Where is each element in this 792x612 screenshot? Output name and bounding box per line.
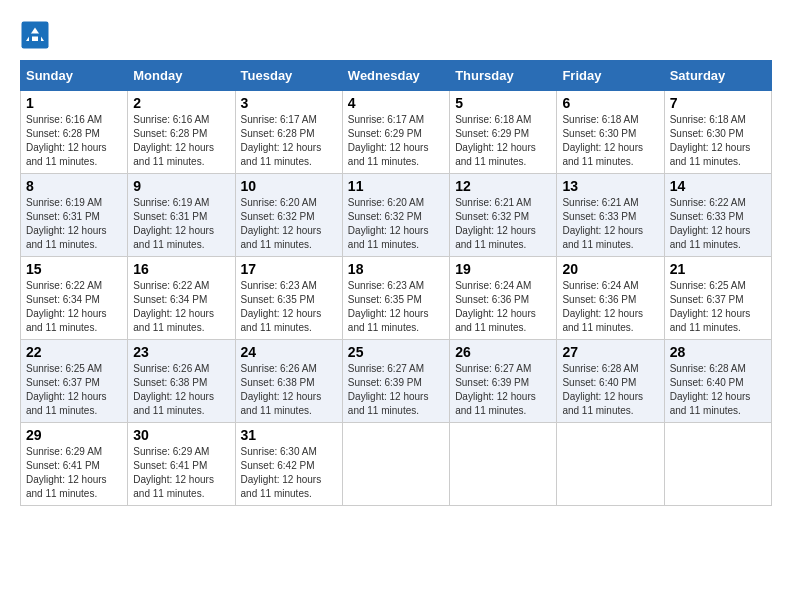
day-info: Sunrise: 6:29 AMSunset: 6:41 PMDaylight:… — [26, 445, 122, 501]
day-info: Sunrise: 6:28 AMSunset: 6:40 PMDaylight:… — [670, 362, 766, 418]
day-info: Sunrise: 6:25 AMSunset: 6:37 PMDaylight:… — [26, 362, 122, 418]
calendar-cell: 26Sunrise: 6:27 AMSunset: 6:39 PMDayligh… — [450, 340, 557, 423]
day-header-monday: Monday — [128, 61, 235, 91]
day-number: 21 — [670, 261, 766, 277]
day-info: Sunrise: 6:17 AMSunset: 6:28 PMDaylight:… — [241, 113, 337, 169]
page-header — [20, 20, 772, 50]
day-number: 30 — [133, 427, 229, 443]
calendar-cell: 18Sunrise: 6:23 AMSunset: 6:35 PMDayligh… — [342, 257, 449, 340]
calendar-table: SundayMondayTuesdayWednesdayThursdayFrid… — [20, 60, 772, 506]
calendar-cell: 20Sunrise: 6:24 AMSunset: 6:36 PMDayligh… — [557, 257, 664, 340]
day-number: 2 — [133, 95, 229, 111]
calendar-cell: 31Sunrise: 6:30 AMSunset: 6:42 PMDayligh… — [235, 423, 342, 506]
day-info: Sunrise: 6:26 AMSunset: 6:38 PMDaylight:… — [133, 362, 229, 418]
day-info: Sunrise: 6:18 AMSunset: 6:30 PMDaylight:… — [670, 113, 766, 169]
calendar-cell: 12Sunrise: 6:21 AMSunset: 6:32 PMDayligh… — [450, 174, 557, 257]
calendar-cell: 19Sunrise: 6:24 AMSunset: 6:36 PMDayligh… — [450, 257, 557, 340]
calendar-cell — [664, 423, 771, 506]
day-info: Sunrise: 6:22 AMSunset: 6:33 PMDaylight:… — [670, 196, 766, 252]
day-number: 14 — [670, 178, 766, 194]
calendar-week-4: 22Sunrise: 6:25 AMSunset: 6:37 PMDayligh… — [21, 340, 772, 423]
calendar-cell: 13Sunrise: 6:21 AMSunset: 6:33 PMDayligh… — [557, 174, 664, 257]
day-number: 16 — [133, 261, 229, 277]
day-number: 6 — [562, 95, 658, 111]
day-number: 25 — [348, 344, 444, 360]
calendar-cell: 6Sunrise: 6:18 AMSunset: 6:30 PMDaylight… — [557, 91, 664, 174]
day-info: Sunrise: 6:19 AMSunset: 6:31 PMDaylight:… — [133, 196, 229, 252]
calendar-week-3: 15Sunrise: 6:22 AMSunset: 6:34 PMDayligh… — [21, 257, 772, 340]
day-header-tuesday: Tuesday — [235, 61, 342, 91]
calendar-cell: 10Sunrise: 6:20 AMSunset: 6:32 PMDayligh… — [235, 174, 342, 257]
calendar-cell: 5Sunrise: 6:18 AMSunset: 6:29 PMDaylight… — [450, 91, 557, 174]
calendar-cell: 7Sunrise: 6:18 AMSunset: 6:30 PMDaylight… — [664, 91, 771, 174]
day-info: Sunrise: 6:21 AMSunset: 6:32 PMDaylight:… — [455, 196, 551, 252]
day-number: 5 — [455, 95, 551, 111]
calendar-cell: 28Sunrise: 6:28 AMSunset: 6:40 PMDayligh… — [664, 340, 771, 423]
calendar-cell: 15Sunrise: 6:22 AMSunset: 6:34 PMDayligh… — [21, 257, 128, 340]
day-info: Sunrise: 6:26 AMSunset: 6:38 PMDaylight:… — [241, 362, 337, 418]
calendar-cell — [450, 423, 557, 506]
day-info: Sunrise: 6:22 AMSunset: 6:34 PMDaylight:… — [133, 279, 229, 335]
calendar-cell: 29Sunrise: 6:29 AMSunset: 6:41 PMDayligh… — [21, 423, 128, 506]
logo — [20, 20, 54, 50]
day-info: Sunrise: 6:18 AMSunset: 6:29 PMDaylight:… — [455, 113, 551, 169]
day-number: 20 — [562, 261, 658, 277]
calendar-cell: 23Sunrise: 6:26 AMSunset: 6:38 PMDayligh… — [128, 340, 235, 423]
calendar-cell: 25Sunrise: 6:27 AMSunset: 6:39 PMDayligh… — [342, 340, 449, 423]
calendar-cell: 16Sunrise: 6:22 AMSunset: 6:34 PMDayligh… — [128, 257, 235, 340]
calendar-cell: 11Sunrise: 6:20 AMSunset: 6:32 PMDayligh… — [342, 174, 449, 257]
day-number: 1 — [26, 95, 122, 111]
calendar-cell — [557, 423, 664, 506]
day-info: Sunrise: 6:23 AMSunset: 6:35 PMDaylight:… — [348, 279, 444, 335]
calendar-week-2: 8Sunrise: 6:19 AMSunset: 6:31 PMDaylight… — [21, 174, 772, 257]
day-number: 31 — [241, 427, 337, 443]
day-number: 17 — [241, 261, 337, 277]
day-info: Sunrise: 6:20 AMSunset: 6:32 PMDaylight:… — [241, 196, 337, 252]
calendar-cell: 22Sunrise: 6:25 AMSunset: 6:37 PMDayligh… — [21, 340, 128, 423]
day-header-wednesday: Wednesday — [342, 61, 449, 91]
day-number: 8 — [26, 178, 122, 194]
day-info: Sunrise: 6:23 AMSunset: 6:35 PMDaylight:… — [241, 279, 337, 335]
day-info: Sunrise: 6:27 AMSunset: 6:39 PMDaylight:… — [455, 362, 551, 418]
day-number: 19 — [455, 261, 551, 277]
day-number: 3 — [241, 95, 337, 111]
day-info: Sunrise: 6:22 AMSunset: 6:34 PMDaylight:… — [26, 279, 122, 335]
day-number: 29 — [26, 427, 122, 443]
day-number: 26 — [455, 344, 551, 360]
day-number: 18 — [348, 261, 444, 277]
day-header-friday: Friday — [557, 61, 664, 91]
day-info: Sunrise: 6:17 AMSunset: 6:29 PMDaylight:… — [348, 113, 444, 169]
calendar-cell: 8Sunrise: 6:19 AMSunset: 6:31 PMDaylight… — [21, 174, 128, 257]
logo-icon — [20, 20, 50, 50]
day-info: Sunrise: 6:21 AMSunset: 6:33 PMDaylight:… — [562, 196, 658, 252]
calendar-cell: 9Sunrise: 6:19 AMSunset: 6:31 PMDaylight… — [128, 174, 235, 257]
day-header-thursday: Thursday — [450, 61, 557, 91]
day-number: 22 — [26, 344, 122, 360]
day-info: Sunrise: 6:20 AMSunset: 6:32 PMDaylight:… — [348, 196, 444, 252]
day-number: 11 — [348, 178, 444, 194]
day-header-sunday: Sunday — [21, 61, 128, 91]
day-number: 23 — [133, 344, 229, 360]
day-info: Sunrise: 6:25 AMSunset: 6:37 PMDaylight:… — [670, 279, 766, 335]
calendar-cell — [342, 423, 449, 506]
svg-rect-3 — [32, 37, 38, 42]
day-number: 24 — [241, 344, 337, 360]
day-info: Sunrise: 6:24 AMSunset: 6:36 PMDaylight:… — [562, 279, 658, 335]
day-number: 13 — [562, 178, 658, 194]
calendar-header-row: SundayMondayTuesdayWednesdayThursdayFrid… — [21, 61, 772, 91]
calendar-cell: 24Sunrise: 6:26 AMSunset: 6:38 PMDayligh… — [235, 340, 342, 423]
calendar-cell: 27Sunrise: 6:28 AMSunset: 6:40 PMDayligh… — [557, 340, 664, 423]
day-number: 9 — [133, 178, 229, 194]
day-number: 12 — [455, 178, 551, 194]
day-info: Sunrise: 6:30 AMSunset: 6:42 PMDaylight:… — [241, 445, 337, 501]
calendar-cell: 2Sunrise: 6:16 AMSunset: 6:28 PMDaylight… — [128, 91, 235, 174]
day-info: Sunrise: 6:29 AMSunset: 6:41 PMDaylight:… — [133, 445, 229, 501]
calendar-cell: 3Sunrise: 6:17 AMSunset: 6:28 PMDaylight… — [235, 91, 342, 174]
day-number: 27 — [562, 344, 658, 360]
calendar-cell: 14Sunrise: 6:22 AMSunset: 6:33 PMDayligh… — [664, 174, 771, 257]
day-number: 15 — [26, 261, 122, 277]
day-info: Sunrise: 6:27 AMSunset: 6:39 PMDaylight:… — [348, 362, 444, 418]
calendar-cell: 4Sunrise: 6:17 AMSunset: 6:29 PMDaylight… — [342, 91, 449, 174]
day-info: Sunrise: 6:18 AMSunset: 6:30 PMDaylight:… — [562, 113, 658, 169]
day-info: Sunrise: 6:28 AMSunset: 6:40 PMDaylight:… — [562, 362, 658, 418]
